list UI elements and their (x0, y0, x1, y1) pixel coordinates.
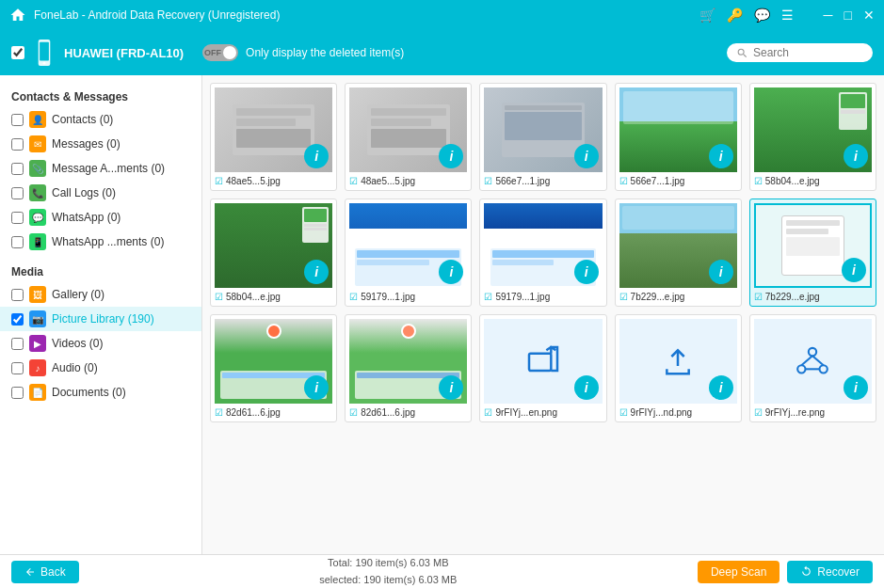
filename-2: 566e7...1.jpg (495, 176, 550, 186)
maximize-icon[interactable]: □ (844, 8, 852, 23)
app-title: FoneLab - Android Data Recovery (Unregis… (34, 8, 280, 22)
info-badge-10[interactable]: i (304, 375, 329, 400)
thumb-img-14: i (754, 319, 872, 404)
info-badge-9[interactable]: i (842, 258, 866, 282)
sidebar-item-whatsapp[interactable]: 💬 WhatsApp (0) (0, 205, 201, 230)
sidebar-item-videos[interactable]: ▶ Videos (0) (0, 331, 201, 356)
thumb-item-5[interactable]: i ☑ 58b04...e.jpg (210, 199, 337, 307)
thumb-label-8: ☑ 7b229...e.jpg (619, 292, 737, 302)
audio-icon: ♪ (29, 359, 46, 376)
msgattach-checkbox[interactable] (11, 163, 24, 175)
back-label: Back (40, 565, 66, 579)
thumb-item-9[interactable]: i ☑ 7b229...e.jpg (749, 199, 876, 307)
thumb-item-10[interactable]: i ☑ 82d61...6.jpg (210, 314, 337, 422)
info-badge-8[interactable]: i (709, 260, 733, 284)
sidebar-item-gallery[interactable]: 🖼 Gallery (0) (0, 282, 201, 307)
sidebar-item-picture[interactable]: 📷 Picture Library (190) (0, 307, 201, 331)
thumb-item-11[interactable]: i ☑ 82d61...6.jpg (345, 314, 472, 422)
sidebar-item-contacts[interactable]: 👤 Contacts (0) (0, 107, 201, 132)
info-badge-14[interactable]: i (844, 375, 868, 400)
menu-icon[interactable]: ☰ (781, 8, 794, 23)
key-icon[interactable]: 🔑 (727, 8, 743, 23)
contacts-checkbox[interactable] (11, 114, 24, 126)
filename-8: 7b229...e.jpg (631, 292, 685, 302)
thumb-item-4[interactable]: i ☑ 58b04...e.jpg (749, 83, 876, 191)
thumb-item-8[interactable]: i ☑ 7b229...e.jpg (615, 199, 742, 307)
thumb-item-13[interactable]: i ☑ 9rFIYj...nd.png (615, 314, 742, 422)
toggle-label: OFF (204, 48, 221, 57)
sidebar-item-whatsappmsg[interactable]: 📱 WhatsApp ...ments (0) (0, 230, 201, 254)
bottom-stats: Total: 190 item(s) 6.03 MB selected: 190… (319, 555, 457, 588)
filename-6: 59179...1.jpg (361, 292, 415, 302)
info-badge-2[interactable]: i (574, 144, 599, 168)
sidebar-item-audio[interactable]: ♪ Audio (0) (0, 356, 201, 380)
cart-icon[interactable]: 🛒 (699, 8, 715, 23)
whatsapp-label: WhatsApp (0) (52, 211, 121, 224)
content-area: i ☑ 48ae5...5.jpg i ☑ 48ae5. (202, 75, 884, 554)
sidebar-item-documents[interactable]: 📄 Documents (0) (0, 380, 201, 405)
audio-checkbox[interactable] (11, 362, 24, 374)
calllogs-checkbox[interactable] (11, 187, 24, 199)
deep-scan-button[interactable]: Deep Scan (698, 561, 780, 583)
close-icon[interactable]: ✕ (863, 8, 875, 23)
search-input[interactable] (753, 46, 857, 59)
recover-button[interactable]: Recover (787, 561, 873, 583)
info-badge-4[interactable]: i (844, 144, 868, 168)
info-badge-7[interactable]: i (574, 260, 599, 284)
device-checkbox[interactable] (11, 46, 24, 59)
svg-point-6 (820, 365, 828, 373)
media-section: Media (0, 260, 201, 282)
whatsapp-checkbox[interactable] (11, 212, 24, 224)
documents-checkbox[interactable] (11, 387, 24, 399)
search-icon (736, 47, 748, 59)
filename-9: 7b229...e.jpg (765, 292, 820, 302)
whatsappmsg-label: WhatsApp ...ments (0) (52, 235, 164, 248)
thumb-item-7[interactable]: i ☑ 59179...1.jpg (479, 199, 606, 307)
toggle-area[interactable]: OFF Only display the deleted item(s) (202, 44, 404, 61)
sidebar-item-msgattach[interactable]: 📎 Message A...ments (0) (0, 156, 201, 181)
thumb-label-11: ☑ 82d61...6.jpg (349, 407, 467, 418)
thumb-item-1[interactable]: i ☑ 48ae5...5.jpg (345, 83, 472, 191)
bottom-buttons: Deep Scan Recover (698, 561, 873, 583)
videos-checkbox[interactable] (11, 338, 24, 350)
thumb-label-5: ☑ 58b04...e.jpg (215, 292, 332, 302)
thumb-label-6: ☑ 59179...1.jpg (349, 292, 467, 302)
filename-14: 9rFIYj...re.png (765, 407, 825, 418)
thumb-item-3[interactable]: i ☑ 566e7...1.jpg (615, 83, 742, 191)
thumb-item-12[interactable]: i ☑ 9rFIYj...en.png (479, 314, 606, 422)
filename-11: 82d61...6.jpg (361, 407, 415, 418)
back-button[interactable]: Back (11, 561, 79, 583)
main-layout: Contacts & Messages 👤 Contacts (0) ✉ Mes… (0, 75, 884, 554)
info-badge-0[interactable]: i (304, 144, 329, 168)
device-name: HUAWEI (FRD-AL10) (64, 46, 184, 60)
search-box[interactable] (727, 43, 873, 62)
whatsappmsg-checkbox[interactable] (11, 236, 24, 248)
info-badge-12[interactable]: i (574, 375, 599, 400)
gallery-checkbox[interactable] (11, 289, 24, 301)
thumb-label-2: ☑ 566e7...1.jpg (484, 176, 602, 186)
thumb-item-2[interactable]: i ☑ 566e7...1.jpg (479, 83, 606, 191)
minimize-icon[interactable]: ─ (824, 8, 833, 23)
sidebar-item-calllogs[interactable]: 📞 Call Logs (0) (0, 181, 201, 205)
filename-13: 9rFIYj...nd.png (631, 407, 693, 418)
contacts-label: Contacts (0) (52, 113, 113, 126)
gallery-label: Gallery (0) (52, 288, 104, 301)
info-badge-3[interactable]: i (709, 144, 733, 168)
thumb-img-11: i (349, 319, 467, 404)
thumb-item-0[interactable]: i ☑ 48ae5...5.jpg (210, 83, 337, 191)
picture-icon: 📷 (29, 310, 46, 327)
info-badge-13[interactable]: i (709, 375, 733, 400)
thumb-img-0: i (215, 87, 332, 172)
thumb-item-14[interactable]: i ☑ 9rFIYj...re.png (749, 314, 876, 422)
thumb-label-10: ☑ 82d61...6.jpg (215, 407, 332, 418)
toggle-switch[interactable]: OFF (202, 44, 238, 61)
messages-checkbox[interactable] (11, 138, 24, 151)
info-badge-5[interactable]: i (304, 260, 329, 284)
thumb-item-6[interactable]: i ☑ 59179...1.jpg (345, 199, 472, 307)
sidebar-item-messages[interactable]: ✉ Messages (0) (0, 132, 201, 156)
msgattach-label: Message A...ments (0) (52, 162, 165, 175)
picture-checkbox[interactable] (11, 313, 24, 326)
contacts-messages-section: Contacts & Messages (0, 85, 201, 107)
filename-12: 9rFIYj...en.png (495, 407, 557, 418)
chat-icon[interactable]: 💬 (754, 8, 770, 23)
